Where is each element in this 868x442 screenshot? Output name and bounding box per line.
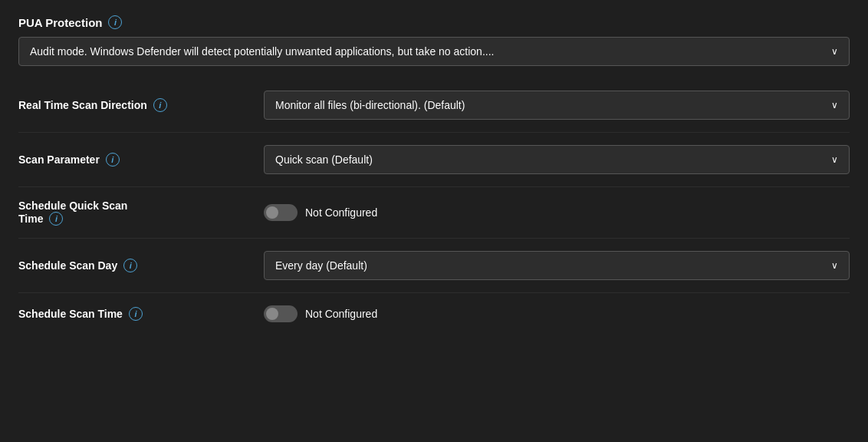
label-text-real-time-scan-direction: Real Time Scan Direction — [18, 99, 147, 111]
control-col-real-time-scan-direction: Monitor all files (bi-directional). (Def… — [264, 91, 850, 120]
label-col-schedule-scan-day: Schedule Scan Dayi — [18, 259, 264, 272]
label-inner-schedule-quick-scan-time: Schedule Quick Scan — [18, 200, 127, 212]
toggle-label-schedule-quick-scan-time: Not Configured — [305, 206, 377, 219]
toggle-label-schedule-scan-time: Not Configured — [305, 308, 377, 320]
dropdown-value-scan-parameter: Quick scan (Default) — [275, 153, 822, 166]
dropdown-scan-parameter[interactable]: Quick scan (Default)∨ — [264, 145, 850, 174]
pua-dropdown[interactable]: Audit mode. Windows Defender will detect… — [18, 37, 850, 66]
info-icon-scan-parameter[interactable]: i — [106, 153, 120, 167]
info-icon-schedule-scan-day[interactable]: i — [123, 259, 137, 272]
label-text-schedule-scan-day: Schedule Scan Day — [18, 259, 117, 272]
toggle-thumb-schedule-quick-scan-time — [266, 206, 278, 219]
chevron-icon-scan-parameter: ∨ — [831, 154, 838, 165]
chevron-icon-schedule-scan-day: ∨ — [831, 260, 838, 271]
label-text-scan-parameter: Scan Parameter — [18, 153, 100, 166]
pua-title-row: PUA Protection i — [18, 15, 850, 29]
settings-rows: Real Time Scan DirectioniMonitor all fil… — [18, 78, 850, 335]
label-text-schedule-quick-scan-time: Schedule Quick Scan — [18, 200, 127, 212]
chevron-icon-real-time-scan-direction: ∨ — [831, 100, 838, 110]
control-col-schedule-scan-day: Every day (Default)∨ — [264, 251, 850, 280]
info-icon-schedule-scan-time[interactable]: i — [129, 307, 143, 321]
label-col-schedule-quick-scan-time: Schedule Quick ScanTimei — [18, 200, 264, 226]
toggle-container-schedule-quick-scan-time: Not Configured — [264, 204, 377, 221]
row-schedule-scan-time: Schedule Scan TimeiNot Configured — [18, 293, 850, 335]
dropdown-value-schedule-scan-day: Every day (Default) — [275, 259, 822, 272]
pua-dropdown-value: Audit mode. Windows Defender will detect… — [30, 45, 822, 58]
control-col-schedule-scan-time: Not Configured — [264, 305, 850, 322]
info-icon-schedule-quick-scan-time[interactable]: i — [49, 212, 63, 226]
row-schedule-quick-scan-time: Schedule Quick ScanTimeiNot Configured — [18, 187, 850, 239]
pua-chevron-icon: ∨ — [831, 46, 838, 57]
control-col-scan-parameter: Quick scan (Default)∨ — [264, 145, 850, 174]
label-col-schedule-scan-time: Schedule Scan Timei — [18, 307, 264, 321]
toggle-thumb-schedule-scan-time — [266, 308, 278, 320]
row-real-time-scan-direction: Real Time Scan DirectioniMonitor all fil… — [18, 78, 850, 133]
label-inner2-schedule-quick-scan-time: Timei — [18, 212, 63, 226]
dropdown-schedule-scan-day[interactable]: Every day (Default)∨ — [264, 251, 850, 280]
label-col-scan-parameter: Scan Parameteri — [18, 153, 264, 167]
dropdown-real-time-scan-direction[interactable]: Monitor all files (bi-directional). (Def… — [264, 91, 850, 120]
row-scan-parameter: Scan ParameteriQuick scan (Default)∨ — [18, 133, 850, 187]
label-col-real-time-scan-direction: Real Time Scan Directioni — [18, 98, 264, 112]
label-text2-schedule-quick-scan-time: Time — [18, 213, 43, 225]
pua-protection-section: PUA Protection i Audit mode. Windows Def… — [18, 15, 850, 66]
toggle-container-schedule-scan-time: Not Configured — [264, 305, 377, 322]
dropdown-value-real-time-scan-direction: Monitor all files (bi-directional). (Def… — [275, 99, 822, 111]
label-text-schedule-scan-time: Schedule Scan Time — [18, 308, 123, 320]
row-schedule-scan-day: Schedule Scan DayiEvery day (Default)∨ — [18, 239, 850, 293]
toggle-schedule-scan-time[interactable] — [264, 305, 298, 322]
pua-title-text: PUA Protection — [18, 16, 102, 29]
info-icon-real-time-scan-direction[interactable]: i — [153, 98, 167, 112]
pua-info-icon[interactable]: i — [108, 15, 122, 29]
toggle-schedule-quick-scan-time[interactable] — [264, 204, 298, 221]
control-col-schedule-quick-scan-time: Not Configured — [264, 204, 850, 221]
